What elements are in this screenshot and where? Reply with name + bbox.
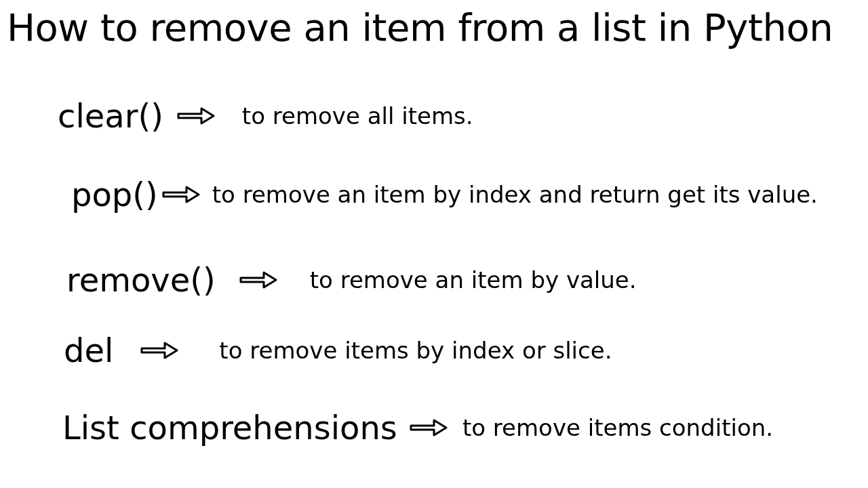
list-item: List comprehensions to remove items cond…	[62, 409, 868, 447]
list-item: remove() to remove an item by value.	[66, 261, 868, 299]
list-item: clear() to remove all items.	[58, 97, 868, 135]
arrow-right-icon	[239, 270, 277, 290]
method-description: to remove an item by index and return ge…	[212, 181, 818, 208]
method-description: to remove items condition.	[462, 414, 773, 441]
page-title: How to remove an item from a list in Pyt…	[0, 0, 868, 49]
method-name: clear()	[58, 97, 163, 135]
method-name: remove()	[66, 261, 216, 299]
list-item: del to remove items by index or slice.	[64, 331, 868, 369]
method-name: pop()	[71, 176, 158, 214]
arrow-right-icon	[140, 340, 178, 361]
method-description: to remove items by index or slice.	[219, 337, 612, 364]
arrow-right-icon	[410, 418, 448, 438]
arrow-right-icon	[162, 184, 200, 205]
method-description: to remove all items.	[242, 102, 473, 129]
methods-list: clear() to remove all items. pop() to re…	[0, 49, 868, 447]
method-name: del	[64, 331, 113, 369]
list-item: pop() to remove an item by index and ret…	[71, 176, 868, 214]
arrow-right-icon	[177, 106, 215, 126]
method-name: List comprehensions	[62, 409, 397, 447]
method-description: to remove an item by value.	[310, 266, 637, 293]
